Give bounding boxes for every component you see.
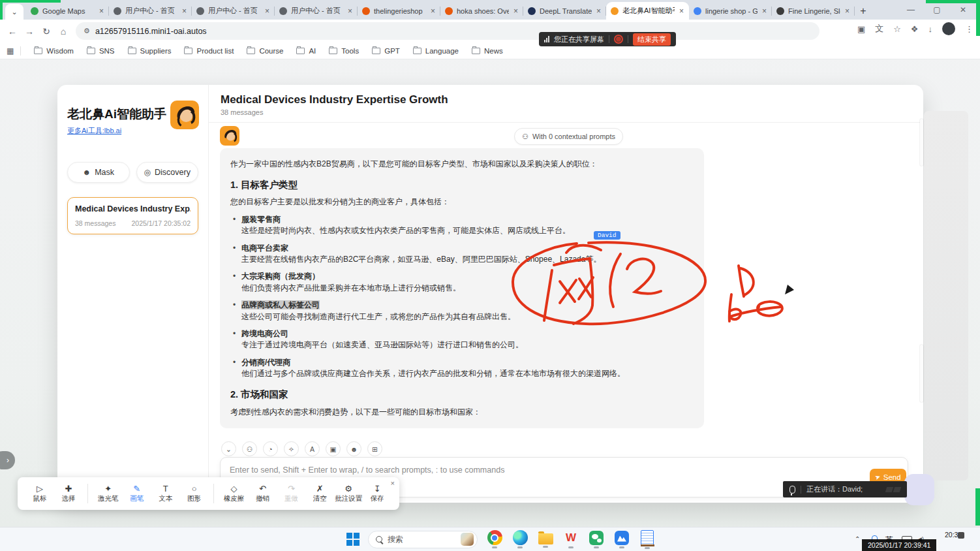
tab-close-icon[interactable]: × [99, 7, 104, 16]
maximize-button[interactable]: ▢ [924, 1, 950, 18]
browser-tab[interactable]: Google Maps × [26, 2, 109, 20]
mask-button[interactable]: ☻ Mask [67, 162, 130, 183]
bookmark-item[interactable]: Course [240, 47, 290, 55]
scrollbar-thumb[interactable] [920, 345, 923, 402]
tab-close-icon[interactable]: × [844, 7, 850, 16]
stop-share-button[interactable]: 结束共享 [633, 33, 671, 46]
bookmark-item[interactable]: AI [290, 47, 322, 55]
bookmark-item[interactable]: Language [406, 47, 465, 55]
chat-action-button[interactable]: ▣ [326, 441, 341, 456]
search-highlight-image[interactable] [461, 533, 474, 546]
tab-close-icon[interactable]: × [513, 7, 519, 16]
chat-action-button[interactable]: ◔ [263, 441, 278, 456]
tab-close-icon[interactable]: × [181, 7, 187, 16]
close-window-button[interactable]: ✕ [950, 1, 976, 18]
profile-avatar[interactable] [942, 22, 955, 35]
home-button[interactable]: ⌂ [55, 23, 72, 40]
minimize-button[interactable]: — [898, 1, 924, 18]
edge-icon [513, 530, 528, 545]
chat-action-button[interactable]: ✧ [284, 441, 299, 456]
annotation-tool[interactable]: ⚙ 批注设置 [334, 484, 363, 503]
toolbar-close-icon[interactable]: × [391, 479, 395, 487]
browser-tab[interactable]: lingerie shop - G × [689, 2, 772, 20]
downloads-icon[interactable]: ↓ [928, 24, 933, 34]
start-button[interactable] [346, 533, 360, 546]
tray-chevron-up-icon[interactable]: ⌃ [855, 535, 860, 543]
forward-button[interactable]: → [21, 23, 38, 40]
bookmark-item[interactable]: Wisdom [27, 47, 80, 55]
bookmark-item[interactable]: SNS [80, 47, 121, 55]
apps-grid-icon[interactable]: ▦ [7, 46, 21, 55]
annotation-tool[interactable]: ▷ 鼠标 [25, 484, 54, 503]
bookmark-item[interactable]: GPT [365, 47, 406, 55]
assistant-avatar [220, 126, 239, 146]
tray-pen-icon[interactable] [958, 532, 964, 539]
back-button[interactable]: ← [4, 23, 21, 40]
expand-panel-handle[interactable]: › [0, 451, 15, 469]
browser-tab[interactable]: Fine Lingerie, Sle × [772, 2, 855, 20]
chat-action-button[interactable]: ⌄ [221, 441, 236, 456]
extensions-icon[interactable]: ❖ [911, 24, 919, 34]
browser-tab[interactable]: 老北鼻AI智能助手 × [606, 2, 689, 20]
translate-icon[interactable]: 文 [875, 23, 883, 35]
address-bar[interactable]: ⚙ a12657915116.mini1-oai.autos [76, 22, 819, 40]
bookmark-item[interactable]: Product list [177, 47, 240, 55]
person-edit-icon: ⚇ [522, 133, 528, 141]
tab-close-icon[interactable]: × [264, 7, 270, 16]
site-info-icon[interactable]: ⚙ [84, 27, 90, 35]
annotation-tool[interactable]: ✦ 激光笔 [87, 484, 123, 503]
taskbar-chrome[interactable] [486, 530, 503, 548]
annotation-tool[interactable]: ✎ 画笔 [123, 484, 151, 503]
chat-action-button[interactable]: A [305, 441, 320, 456]
tab-close-icon[interactable]: × [596, 7, 602, 16]
browser-tab[interactable]: DeepL Translate: × [523, 2, 606, 20]
tab-favicon [114, 7, 121, 15]
scrollbar-thumb[interactable] [920, 119, 923, 166]
annotation-tool[interactable]: ○ 图形 [180, 484, 209, 503]
annotation-tool[interactable]: ↧ 保存 [363, 484, 391, 503]
browser-tab[interactable]: thelingerieshop × [358, 2, 440, 20]
tab-close-icon[interactable]: × [679, 7, 684, 16]
taskbar-wechat[interactable] [588, 531, 605, 548]
list-item: 跨境电商公司 专注于通过跨境电商平台（如速卖通、亚马逊国际站等）进行进口和销售的… [230, 328, 694, 351]
taskbar-notes-app[interactable] [639, 530, 656, 549]
discovery-button[interactable]: ◎ Discovery [136, 162, 199, 183]
menu-icon[interactable]: ⋮ [965, 24, 973, 34]
bookmark-item[interactable]: News [465, 47, 510, 55]
browser-tab[interactable]: 用户中心 - 首页 × [109, 2, 192, 20]
new-tab-button[interactable]: + [855, 3, 872, 20]
browser-tab[interactable]: hoka shoes: Ove × [440, 2, 523, 20]
taskbar-edge[interactable] [512, 530, 528, 548]
chat-action-button[interactable]: ⊞ [367, 441, 382, 456]
contextual-prompts-badge[interactable]: ⚇ With 0 contextual prompts [514, 128, 623, 145]
annotation-tool[interactable]: ✚ 选择 [54, 484, 83, 503]
annotation-tool[interactable]: ↷ 重做 [277, 484, 305, 503]
bookmark-item[interactable]: Tools [322, 47, 365, 55]
annotation-tool[interactable]: ◇ 橡皮擦 [213, 484, 249, 503]
taskbar-meeting-app[interactable] [613, 531, 630, 548]
taskbar-wps[interactable]: W [562, 530, 579, 548]
chat-action-button[interactable]: ⚇ [242, 441, 257, 456]
taskbar-file-explorer[interactable] [537, 531, 554, 548]
chat-action-button[interactable]: ☻ [346, 441, 361, 456]
annotation-tool[interactable]: ✗ 清空 [305, 484, 334, 503]
browser-tab[interactable]: 用户中心 - 首页 × [192, 2, 275, 20]
browser-tab[interactable]: 用户中心 - 首页 × [275, 2, 358, 20]
tab-close-icon[interactable]: × [430, 7, 436, 16]
tool-label: 画笔 [130, 494, 144, 503]
reload-button[interactable]: ↻ [38, 23, 55, 40]
floating-widget[interactable] [904, 474, 934, 505]
chat-main-area: Medical Devices Industry Expertise Growt… [209, 85, 923, 503]
tab-close-icon[interactable]: × [761, 7, 767, 16]
cast-icon[interactable]: ▣ [857, 24, 865, 34]
wechat-icon [589, 531, 604, 545]
more-tools-link[interactable]: 更多Ai工具:lbb.ai [67, 126, 121, 136]
annotation-tool[interactable]: T 文本 [151, 484, 180, 503]
chat-list-item[interactable]: Medical Devices Industry Exp... 38 messa… [67, 197, 198, 234]
tab-close-icon[interactable]: × [347, 7, 353, 16]
annotation-tool[interactable]: ↶ 撤销 [248, 484, 277, 503]
bookmark-star-icon[interactable]: ☆ [893, 24, 901, 34]
tab-search-button[interactable]: ⌄ [5, 4, 23, 20]
bookmark-item[interactable]: Suppliers [121, 47, 178, 55]
taskbar-search[interactable]: 搜索 [368, 531, 478, 548]
